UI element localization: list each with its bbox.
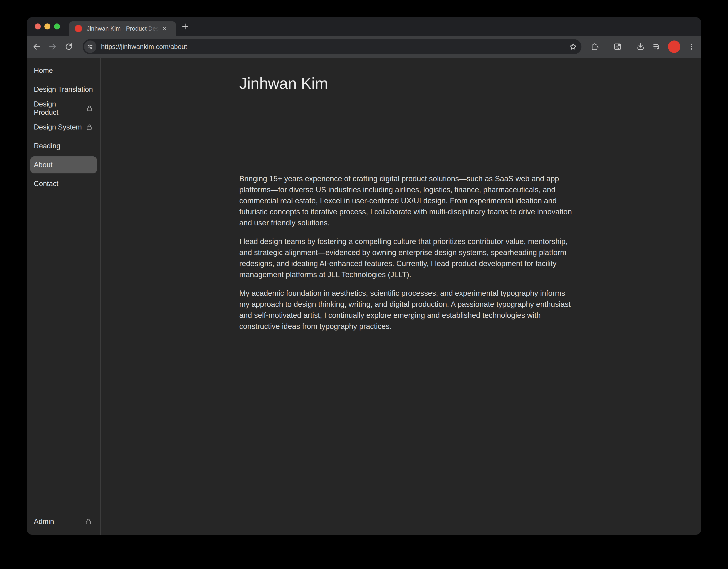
sidebar-item-about[interactable]: About [30,156,97,174]
sidebar-item-label: Contact [34,180,58,188]
lock-icon [86,104,93,112]
sidebar-item-design-product[interactable]: Design Product [30,100,97,117]
media-controls-icon[interactable] [652,42,662,52]
main-content: Jinhwan Kim Bringing 15+ years experienc… [101,58,701,535]
browser-toolbar: https://jinhwankim.com/about [27,36,701,58]
sidebar-item-contact[interactable]: Contact [30,175,97,192]
close-tab-icon[interactable] [161,25,169,32]
sidebar-item-home[interactable]: Home [30,62,97,79]
sidebar-item-admin[interactable]: Admin [30,513,97,530]
toolbar-separator [629,42,629,51]
sidebar-item-label: About [34,161,52,169]
tab-title-fade [143,25,159,32]
back-button[interactable] [32,42,42,52]
sidebar-item-label: Design Translation [34,85,93,94]
tab-title: Jinhwan Kim - Product Design [87,25,159,32]
address-bar[interactable]: https://jinhwankim.com/about [83,39,581,54]
toolbar-actions [590,41,696,53]
page-title: Jinhwan Kim [239,75,328,92]
profile-avatar[interactable] [668,41,680,53]
sidebar-item-label: Reading [34,142,60,150]
sidebar-item-label: Home [34,67,53,75]
extensions-icon[interactable] [590,42,599,52]
sidebar-item-design-system[interactable]: Design System [30,119,97,136]
bio-text: Bringing 15+ years experience of craftin… [239,173,575,339]
site-settings-icon[interactable] [84,41,96,53]
window-controls [35,23,60,29]
close-window-button[interactable] [35,23,41,29]
downloads-icon[interactable] [636,42,645,52]
sidebar-item-label: Admin [34,517,54,526]
forward-button[interactable] [48,42,58,52]
bio-paragraph-1: Bringing 15+ years experience of craftin… [239,173,575,229]
sidebar: Home Design Translation Design Product D… [27,58,101,535]
toolbar-separator [606,42,606,51]
reload-button[interactable] [64,42,74,52]
zoom-window-button[interactable] [54,23,60,29]
sidebar-item-label: Design System [34,123,82,131]
minimize-window-button[interactable] [44,23,50,29]
bio-paragraph-3: My academic foundation in aesthetics, sc… [239,288,575,332]
lock-icon [84,518,92,526]
tab-search-icon[interactable] [613,42,622,52]
menu-kebab-icon[interactable] [687,42,696,52]
bio-paragraph-2: I lead design teams by fostering a compe… [239,236,575,280]
tab-strip: Jinhwan Kim - Product Design [27,17,701,36]
url-text[interactable]: https://jinhwankim.com/about [101,43,569,51]
new-tab-button[interactable] [180,21,190,32]
browser-window: Jinhwan Kim - Product Design https://jin… [27,17,701,535]
bookmark-star-icon[interactable] [569,42,578,51]
lock-icon [85,123,93,131]
sidebar-item-design-translation[interactable]: Design Translation [30,81,97,98]
browser-tab[interactable]: Jinhwan Kim - Product Design [69,21,176,36]
site-favicon-icon [75,25,82,32]
sidebar-item-label: Design Product [34,100,82,117]
sidebar-item-reading[interactable]: Reading [30,138,97,155]
